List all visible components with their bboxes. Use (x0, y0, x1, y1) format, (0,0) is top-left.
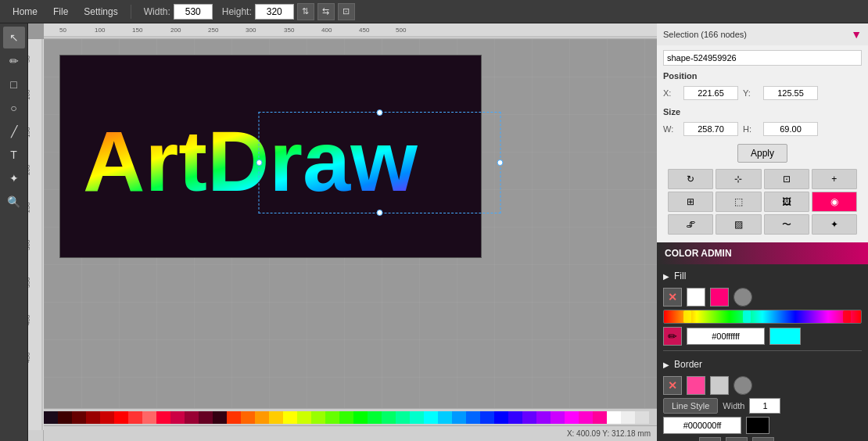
palette-swatch[interactable] (353, 411, 368, 424)
palette-swatch[interactable] (438, 411, 452, 424)
tool-pen[interactable]: ✏ (3, 50, 25, 72)
union-btn-1[interactable]: ⌐ (699, 437, 721, 441)
palette-swatch[interactable] (480, 411, 494, 424)
fill-none-btn[interactable]: ✕ (663, 288, 682, 307)
palette-swatch[interactable] (213, 411, 227, 424)
wand-btn[interactable]: ✦ (812, 214, 857, 235)
border-none-btn[interactable]: ✕ (663, 376, 682, 395)
palette-swatch[interactable] (551, 411, 565, 424)
w-input[interactable] (683, 122, 738, 136)
palette-swatch[interactable] (325, 411, 339, 424)
palette-swatch[interactable] (255, 411, 269, 424)
palette-swatch[interactable] (128, 411, 142, 424)
tool-rect[interactable]: □ (3, 74, 25, 95)
palette-swatch[interactable] (269, 411, 283, 424)
palette-swatch[interactable] (368, 411, 382, 424)
palette-swatch[interactable] (339, 411, 353, 424)
canvas-area[interactable]: 50 100 150 200 250 300 350 400 450 500 5… (28, 23, 657, 441)
palette-swatch[interactable] (466, 411, 480, 424)
palette-swatch[interactable] (44, 411, 58, 424)
group-btn[interactable]: ⊞ (668, 192, 713, 212)
palette-swatch[interactable] (396, 411, 410, 424)
palette-swatch[interactable] (170, 411, 185, 424)
y-input[interactable] (763, 86, 818, 100)
border-section-header[interactable]: ▶ Border (663, 356, 862, 373)
flip-v-btn[interactable]: ⇅ (297, 3, 314, 20)
tool-ellipse[interactable]: ○ (3, 97, 25, 119)
lock-btn[interactable]: ⊡ (338, 3, 355, 20)
palette-swatch[interactable] (142, 411, 156, 424)
fill-hex-input[interactable] (687, 328, 765, 345)
fill-white-swatch[interactable] (687, 288, 705, 307)
palette-swatch[interactable] (241, 411, 255, 424)
fill-section-header[interactable]: ▶ Fill (663, 267, 862, 285)
palette-swatch[interactable] (494, 411, 508, 424)
width-input[interactable] (174, 4, 213, 20)
palette-swatch[interactable] (410, 411, 424, 424)
wave-btn[interactable]: 〜 (764, 214, 809, 235)
palette-swatch[interactable] (58, 411, 72, 424)
palette-swatch[interactable] (508, 411, 522, 424)
shape-id-input[interactable] (663, 50, 862, 66)
selection-dropdown[interactable]: ▼ (851, 28, 862, 41)
palette-swatch[interactable] (621, 411, 635, 424)
artdraw-canvas[interactable]: ArtDraw (59, 55, 482, 258)
palette-swatch[interactable] (311, 411, 325, 424)
dashed-btn[interactable]: ⬚ (716, 192, 761, 212)
border-gray-swatch[interactable] (710, 376, 729, 395)
palette-swatch[interactable] (635, 411, 649, 424)
fill-pink-swatch[interactable] (710, 288, 729, 307)
tool-star[interactable]: ✦ (3, 167, 25, 189)
plus-btn[interactable]: + (812, 169, 857, 189)
border-pink-swatch[interactable] (687, 376, 705, 395)
tool-select[interactable]: ↖ (3, 27, 25, 48)
union-btn-3[interactable]: ⌐ (752, 437, 774, 441)
palette-swatch[interactable] (86, 411, 100, 424)
fill-pen-btn[interactable]: ✏ (663, 327, 682, 346)
menu-file[interactable]: File (47, 5, 74, 19)
menu-home[interactable]: Home (6, 5, 44, 19)
palette-swatch[interactable] (72, 411, 86, 424)
flip-h-btn[interactable]: ⇆ (317, 3, 335, 20)
rotate-btn[interactable]: ↻ (668, 169, 713, 189)
border-black-swatch[interactable] (746, 417, 769, 434)
union-btn-2[interactable]: ⌐ (726, 437, 748, 441)
color-wheel-btn[interactable]: ◉ (812, 192, 857, 212)
handle-mid-right[interactable] (497, 160, 504, 166)
width-input[interactable] (749, 398, 780, 414)
palette-swatch[interactable] (283, 411, 297, 424)
height-input[interactable] (255, 4, 294, 20)
palette-swatch[interactable] (114, 411, 128, 424)
canvas-content[interactable]: ArtDraw (44, 39, 657, 425)
gradient-bar[interactable] (663, 310, 862, 324)
apply-button[interactable]: Apply (737, 144, 787, 163)
hatch-btn[interactable]: ▨ (716, 214, 761, 235)
palette-swatch[interactable] (185, 411, 199, 424)
nodes-btn[interactable]: ⊹ (716, 169, 761, 189)
palette-swatch[interactable] (607, 411, 621, 424)
palette-swatch[interactable] (100, 411, 114, 424)
fill-radial-btn[interactable] (733, 288, 752, 307)
palette-swatch[interactable] (565, 411, 579, 424)
palette-swatch[interactable] (156, 411, 170, 424)
attach-btn[interactable]: 🖇 (668, 214, 713, 235)
x-input[interactable] (683, 86, 738, 100)
border-radial-btn[interactable] (733, 376, 752, 395)
palette-swatch[interactable] (199, 411, 213, 424)
tool-line[interactable]: ╱ (3, 120, 25, 142)
palette-swatch[interactable] (424, 411, 438, 424)
line-style-btn[interactable]: Line Style (663, 398, 718, 414)
palette-swatch[interactable] (382, 411, 396, 424)
palette-swatch[interactable] (227, 411, 241, 424)
palette-swatch[interactable] (536, 411, 551, 424)
palette-swatch[interactable] (579, 411, 593, 424)
palette-swatch[interactable] (593, 411, 607, 424)
menu-settings[interactable]: Settings (77, 5, 124, 19)
flip-btn[interactable]: ⊡ (764, 169, 809, 189)
palette-swatch[interactable] (649, 411, 657, 424)
palette-swatch[interactable] (297, 411, 311, 424)
fill-cyan-swatch[interactable] (769, 328, 801, 345)
h-input[interactable] (763, 122, 818, 136)
tool-zoom[interactable]: 🔍 (3, 191, 25, 213)
image-btn[interactable]: 🖼 (764, 192, 809, 212)
